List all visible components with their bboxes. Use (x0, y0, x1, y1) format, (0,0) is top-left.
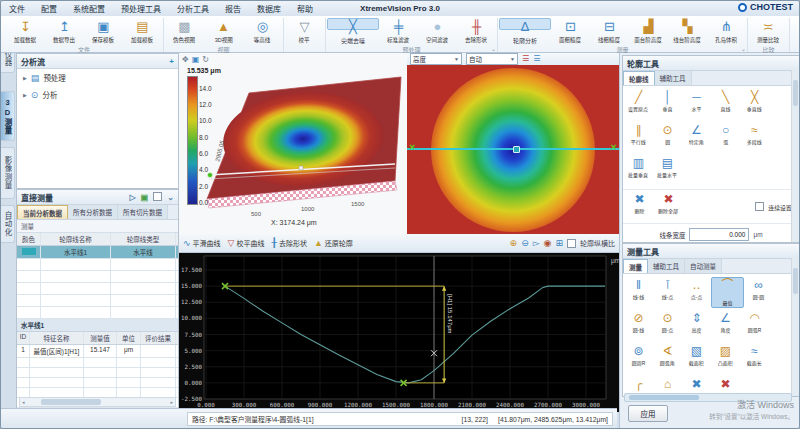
height-select[interactable]: 高度▼ (410, 53, 462, 65)
add-icon[interactable]: + (169, 57, 174, 66)
contour-tool-horizontal[interactable]: ─水平 (682, 89, 711, 120)
contour-tool-batch-h[interactable]: ▤批量水平 (653, 155, 682, 186)
contour-tool-line[interactable]: ╲直线 (711, 89, 740, 120)
toolbar-button-std-filter[interactable]: ╪标准滤波 (379, 18, 418, 45)
measure-tool-angle2[interactable]: ∠角度 (711, 310, 740, 341)
chart-button-restore-profile[interactable]: ▲还原轮廓 (314, 238, 353, 248)
contour-tool-polyline[interactable]: ≈多段线 (740, 122, 769, 153)
measure-tool-circle-circle[interactable]: ∞圆-圆 (744, 277, 773, 308)
tree-item-preprocess[interactable]: ▶ ▤ 预处理 (17, 69, 178, 86)
zoom-in-icon[interactable]: ⊕ (510, 238, 518, 248)
cursor-icon[interactable]: ▻ (533, 238, 540, 248)
toolbar-button-load-template[interactable]: ▤加载模板 (123, 18, 162, 45)
profile-chart[interactable]: 0.000300.000600.000900.0001200.0001500.0… (179, 253, 619, 412)
contour-tool-cross-line[interactable]: ╳垂直线 (740, 89, 769, 120)
measure-tool-extremum[interactable]: ⌒最值 (711, 277, 744, 308)
continuous-setting[interactable]: 连续设置 (755, 202, 793, 212)
side-tab-影像测量[interactable]: 影像测量 (1, 147, 15, 199)
menu-item-数据库[interactable]: 数据库 (257, 3, 281, 14)
tab-辅助工具[interactable]: 辅助工具 (648, 259, 685, 273)
menu-item-文件[interactable]: 文件 (9, 3, 25, 14)
table-row[interactable]: 水平线1水平线 (17, 246, 178, 259)
scroll-left-icon[interactable]: ◂ (20, 399, 27, 405)
chart-button-remove-shape2[interactable]: ╂去除形状 (271, 238, 306, 248)
height-map-2d[interactable]: ✕ ✕ (407, 65, 619, 234)
checkbox-icon[interactable] (755, 202, 764, 211)
table-row[interactable] (17, 378, 178, 388)
tab-自动测量[interactable]: 自动测量 (685, 259, 722, 273)
slice-center-handle[interactable] (513, 146, 520, 153)
table-row[interactable] (17, 368, 178, 378)
expand-arrow-icon[interactable]: ▶ (23, 92, 27, 98)
line-width-input[interactable]: 0.000 (689, 228, 749, 241)
slice-multi-icon[interactable]: ☰ (533, 55, 540, 63)
chart-button-smooth-curve[interactable]: ∿平滑曲线 (183, 238, 221, 248)
chart-button-level-curve[interactable]: ▽校平曲线 (228, 238, 265, 248)
toolbar-button-measure-compare[interactable]: ≍测量比较 (749, 18, 788, 45)
contour-tool-delete[interactable]: ✖删除 (625, 191, 654, 222)
menu-item-系统配置[interactable]: 系统配置 (73, 3, 105, 14)
tab-所有分析数据[interactable]: 所有分析数据 (68, 205, 118, 219)
play-icon[interactable]: ▷ (130, 193, 136, 202)
slice-handle-right-icon[interactable]: ✕ (610, 143, 617, 152)
toolbar-button-process-stats[interactable]: ▤过程统计 (791, 18, 800, 45)
horizontal-scrollbar[interactable]: ◂ ▸ (19, 397, 176, 407)
toolbar-button-load-data[interactable]: ↧加载数据 (6, 18, 45, 45)
measure-tool-section-area[interactable]: ▧截面积 (682, 343, 711, 374)
measure-tool-circ-r[interactable]: ⊚圆周R (624, 343, 653, 374)
table-row[interactable] (17, 259, 178, 271)
toolbar-button-pseudo-color[interactable]: ▩伪色视图 (165, 18, 204, 45)
side-tab-自动化[interactable]: 自动化 (1, 205, 15, 243)
vertical-scrollbar[interactable] (791, 258, 799, 396)
table-row[interactable]: 1最值(区间)1[H1]15.147μm (17, 345, 178, 358)
measure-tool-circle-line[interactable]: ⊘圆-线 (624, 310, 653, 341)
measure-tool-height[interactable]: ⇕高度 (682, 310, 711, 341)
table-row[interactable] (17, 307, 178, 319)
pan-icon[interactable]: ✥ (182, 55, 189, 64)
measure-tool-section-len[interactable]: ≈截面长 (740, 343, 769, 374)
contour-tool-delete-all[interactable]: ✖删除全部 (654, 191, 683, 222)
scroll-right-icon[interactable]: ▸ (168, 399, 175, 405)
table-row[interactable] (17, 295, 178, 307)
toolbar-button-area-roughness[interactable]: ⊡面粗糙度 (551, 18, 590, 45)
toolbar-button-view-3d[interactable]: ▲3D视图 (204, 18, 243, 45)
slice-handle-left-icon[interactable]: ✕ (409, 143, 416, 152)
toolbar-button-area-step[interactable]: ▟面台阶高度 (629, 18, 668, 45)
toolbar-button-save-template[interactable]: ▣保存模板 (84, 18, 123, 45)
toolbar-button-line-roughness[interactable]: ⊟线粗糙度 (590, 18, 629, 45)
measure-tool-line-point[interactable]: ⊺线-点 (653, 277, 682, 308)
colormap-icon[interactable]: ▣ (192, 55, 200, 64)
contour-tool-origin[interactable]: ╱设置原点 (624, 89, 653, 120)
menu-item-分析工具[interactable]: 分析工具 (177, 3, 209, 14)
fit-view-icon[interactable]: ⊞ (555, 238, 563, 248)
side-tab-仪器[interactable]: 仪器 (1, 53, 15, 73)
measure-tool-point-point[interactable]: ‥点-点 (682, 277, 711, 308)
menu-item-报告[interactable]: 报告 (225, 3, 241, 14)
contour-tool-angle[interactable]: ∠特定角 (682, 122, 711, 153)
toolbar-button-remove-shape[interactable]: ╫去除形状 (457, 18, 496, 45)
table-row[interactable] (17, 271, 178, 283)
vertical-scrollbar[interactable] (791, 70, 799, 242)
toolbar-button-leveling[interactable]: ▽校平 (285, 18, 324, 45)
contour-tool-circle[interactable]: ⊙圆 (653, 122, 682, 153)
aspect-ratio-checkbox[interactable] (567, 239, 576, 248)
tab-辅助工具[interactable]: 辅助工具 (655, 71, 692, 85)
toolbar-button-denoise[interactable]: ╳尖端去噪 (327, 18, 379, 30)
group-expand-chevron-icon[interactable]: ⌄ (741, 45, 746, 52)
rotate-icon[interactable]: ↻ (202, 55, 209, 64)
image-icon[interactable]: ▣ (141, 193, 149, 202)
toolbar-button-line-step[interactable]: ▚线台阶高度 (668, 18, 707, 45)
table-row[interactable] (17, 358, 178, 368)
measure-tool-hump-area[interactable]: ▨凸面积 (711, 343, 740, 374)
contour-tool-parallel[interactable]: ∥平行线 (624, 122, 653, 153)
contour-tool-arc[interactable]: ○弧 (711, 122, 740, 153)
toolbar-button-profile-analysis[interactable]: ∆轮廓分析 (499, 18, 551, 30)
table-row[interactable] (17, 283, 178, 295)
tab-轮廓线[interactable]: 轮廓线 (623, 71, 655, 85)
toolbar-button-hole-volume[interactable]: ⋔孔岛体积 (707, 18, 746, 45)
measure-tool-line-line[interactable]: ‖线-线 (624, 277, 653, 308)
tab-测量[interactable]: 测量 (623, 259, 648, 273)
collapse-chevron-icon[interactable]: ⌄ (167, 193, 174, 202)
tab-当前分析数据[interactable]: 当前分析数据 (17, 205, 68, 219)
measure-tool-circle-point[interactable]: ⊙圆-点 (653, 310, 682, 341)
